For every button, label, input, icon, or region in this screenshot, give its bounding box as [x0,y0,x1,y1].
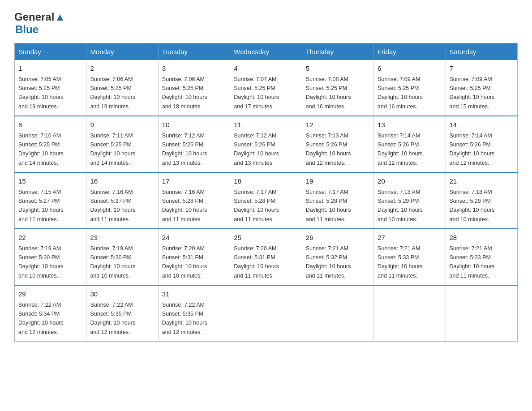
calendar-cell: 24 Sunrise: 7:20 AMSunset: 5:31 PMDaylig… [158,229,230,285]
logo-blue-text: Blue [15,23,39,35]
day-number: 21 [450,176,514,187]
day-number: 9 [90,120,154,130]
calendar-cell: 10 Sunrise: 7:12 AMSunset: 5:25 PMDaylig… [158,116,230,172]
day-number: 24 [162,233,226,243]
day-info: Sunrise: 7:21 AMSunset: 5:33 PMDaylight:… [450,245,495,279]
day-info: Sunrise: 7:09 AMSunset: 5:25 PMDaylight:… [378,76,423,110]
day-header-saturday: Saturday [446,43,517,60]
calendar-cell: 25 Sunrise: 7:20 AMSunset: 5:31 PMDaylig… [230,229,302,285]
day-info: Sunrise: 7:17 AMSunset: 5:28 PMDaylight:… [234,189,279,223]
day-number: 27 [378,233,442,243]
day-number: 15 [18,176,82,187]
day-header-wednesday: Wednesday [230,43,302,60]
day-info: Sunrise: 7:19 AMSunset: 5:30 PMDaylight:… [90,245,135,279]
day-number: 26 [306,233,370,243]
calendar-cell [302,285,373,342]
day-header-monday: Monday [86,43,158,60]
calendar-cell: 7 Sunrise: 7:09 AMSunset: 5:25 PMDayligh… [446,60,517,116]
day-info: Sunrise: 7:22 AMSunset: 5:34 PMDaylight:… [18,302,64,335]
day-number: 8 [18,120,82,130]
calendar-cell: 28 Sunrise: 7:21 AMSunset: 5:33 PMDaylig… [446,229,517,285]
day-number: 3 [162,64,226,74]
day-info: Sunrise: 7:19 AMSunset: 5:30 PMDaylight:… [18,245,64,279]
calendar-cell: 16 Sunrise: 7:16 AMSunset: 5:27 PMDaylig… [86,172,158,229]
calendar-cell: 22 Sunrise: 7:19 AMSunset: 5:30 PMDaylig… [15,229,86,285]
calendar-cell: 12 Sunrise: 7:13 AMSunset: 5:26 PMDaylig… [302,116,373,172]
day-info: Sunrise: 7:13 AMSunset: 5:26 PMDaylight:… [306,133,351,166]
calendar-cell: 23 Sunrise: 7:19 AMSunset: 5:30 PMDaylig… [86,229,158,285]
week-row: 22 Sunrise: 7:19 AMSunset: 5:30 PMDaylig… [15,229,518,285]
day-info: Sunrise: 7:16 AMSunset: 5:27 PMDaylight:… [90,189,135,223]
page-header: General Blue [14,11,518,36]
day-info: Sunrise: 7:22 AMSunset: 5:35 PMDaylight:… [162,302,207,335]
logo: General Blue [14,11,65,36]
calendar-cell: 20 Sunrise: 7:18 AMSunset: 5:29 PMDaylig… [374,172,446,229]
week-row: 15 Sunrise: 7:15 AMSunset: 5:27 PMDaylig… [15,172,518,229]
day-info: Sunrise: 7:07 AMSunset: 5:25 PMDaylight:… [234,76,279,110]
calendar-cell: 29 Sunrise: 7:22 AMSunset: 5:34 PMDaylig… [15,285,86,342]
week-row: 1 Sunrise: 7:05 AMSunset: 5:25 PMDayligh… [15,60,518,116]
day-info: Sunrise: 7:12 AMSunset: 5:26 PMDaylight:… [234,133,279,166]
day-info: Sunrise: 7:18 AMSunset: 5:29 PMDaylight:… [378,189,423,223]
day-number: 22 [18,233,82,243]
calendar-cell [446,285,517,342]
day-info: Sunrise: 7:11 AMSunset: 5:25 PMDaylight:… [90,133,135,166]
day-info: Sunrise: 7:14 AMSunset: 5:26 PMDaylight:… [378,133,423,166]
day-number: 2 [90,64,154,74]
calendar-cell: 4 Sunrise: 7:07 AMSunset: 5:25 PMDayligh… [230,60,302,116]
calendar-cell: 5 Sunrise: 7:08 AMSunset: 5:25 PMDayligh… [302,60,373,116]
day-info: Sunrise: 7:05 AMSunset: 5:25 PMDaylight:… [18,76,64,110]
day-number: 29 [18,289,82,300]
calendar-cell: 11 Sunrise: 7:12 AMSunset: 5:26 PMDaylig… [230,116,302,172]
day-header-tuesday: Tuesday [158,43,230,60]
day-info: Sunrise: 7:18 AMSunset: 5:29 PMDaylight:… [450,189,495,223]
day-info: Sunrise: 7:17 AMSunset: 5:28 PMDaylight:… [306,189,351,223]
day-number: 6 [378,64,442,74]
calendar-cell: 18 Sunrise: 7:17 AMSunset: 5:28 PMDaylig… [230,172,302,229]
day-number: 5 [306,64,370,74]
calendar-cell [374,285,446,342]
calendar-cell: 3 Sunrise: 7:06 AMSunset: 5:25 PMDayligh… [158,60,230,116]
day-number: 16 [90,176,154,187]
calendar-cell: 6 Sunrise: 7:09 AMSunset: 5:25 PMDayligh… [374,60,446,116]
calendar-cell: 13 Sunrise: 7:14 AMSunset: 5:26 PMDaylig… [374,116,446,172]
day-number: 1 [18,64,82,74]
day-number: 25 [234,233,298,243]
day-info: Sunrise: 7:14 AMSunset: 5:26 PMDaylight:… [450,133,495,166]
calendar-cell: 1 Sunrise: 7:05 AMSunset: 5:25 PMDayligh… [15,60,86,116]
day-number: 10 [162,120,226,130]
day-header-friday: Friday [374,43,446,60]
day-info: Sunrise: 7:20 AMSunset: 5:31 PMDaylight:… [234,245,279,279]
day-number: 31 [162,289,226,300]
day-number: 20 [378,176,442,187]
day-number: 19 [306,176,370,187]
day-info: Sunrise: 7:06 AMSunset: 5:25 PMDaylight:… [162,76,207,110]
day-info: Sunrise: 7:20 AMSunset: 5:31 PMDaylight:… [162,245,207,279]
day-info: Sunrise: 7:10 AMSunset: 5:25 PMDaylight:… [18,133,64,166]
day-number: 17 [162,176,226,187]
day-header-thursday: Thursday [302,43,373,60]
day-number: 23 [90,233,154,243]
day-info: Sunrise: 7:22 AMSunset: 5:35 PMDaylight:… [90,302,135,335]
day-number: 11 [234,120,298,130]
day-info: Sunrise: 7:16 AMSunset: 5:28 PMDaylight:… [162,189,207,223]
week-row: 29 Sunrise: 7:22 AMSunset: 5:34 PMDaylig… [15,285,518,342]
calendar-cell: 26 Sunrise: 7:21 AMSunset: 5:32 PMDaylig… [302,229,373,285]
day-info: Sunrise: 7:09 AMSunset: 5:25 PMDaylight:… [450,76,495,110]
day-info: Sunrise: 7:21 AMSunset: 5:32 PMDaylight:… [306,245,351,279]
svg-marker-0 [57,14,63,21]
day-header-sunday: Sunday [15,43,86,60]
calendar-cell: 2 Sunrise: 7:06 AMSunset: 5:25 PMDayligh… [86,60,158,116]
day-number: 7 [450,64,514,74]
day-number: 18 [234,176,298,187]
day-number: 13 [378,120,442,130]
calendar-cell: 14 Sunrise: 7:14 AMSunset: 5:26 PMDaylig… [446,116,517,172]
logo-general-text: General [14,11,54,23]
day-number: 14 [450,120,514,130]
calendar-cell: 15 Sunrise: 7:15 AMSunset: 5:27 PMDaylig… [15,172,86,229]
logo-triangle-icon [55,13,65,22]
day-number: 12 [306,120,370,130]
calendar-cell [230,285,302,342]
calendar-cell: 9 Sunrise: 7:11 AMSunset: 5:25 PMDayligh… [86,116,158,172]
day-info: Sunrise: 7:12 AMSunset: 5:25 PMDaylight:… [162,133,207,166]
